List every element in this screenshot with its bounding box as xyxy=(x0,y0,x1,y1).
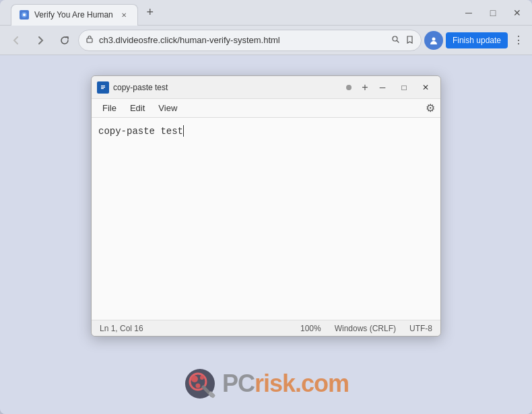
svg-point-4 xyxy=(432,37,435,40)
pcrisk-brand-text: PCrisk.com xyxy=(222,370,349,398)
svg-rect-7 xyxy=(101,87,105,88)
close-button[interactable]: ✕ xyxy=(508,3,527,22)
editor-content: copy-paste test xyxy=(98,126,183,137)
forward-button[interactable] xyxy=(30,30,51,51)
nav-right: Finish update ⋮ xyxy=(424,31,527,50)
notepad-modified-dot xyxy=(346,85,352,90)
notepad-favicon-icon xyxy=(97,81,109,94)
status-zoom: 100% xyxy=(300,324,321,333)
svg-rect-2 xyxy=(87,38,92,42)
notepad-editor[interactable]: copy-paste test xyxy=(92,118,440,320)
bookmark-icon xyxy=(405,35,414,46)
notepad-titlebar: copy-paste test + ─ □ ✕ xyxy=(92,76,440,99)
notepad-maximize-button[interactable]: □ xyxy=(395,80,413,95)
notepad-edit-menu[interactable]: Edit xyxy=(125,101,150,115)
svg-point-1 xyxy=(23,13,26,16)
tab-favicon xyxy=(20,10,29,20)
tab-close-button[interactable]: ✕ xyxy=(119,9,129,20)
url-input[interactable] xyxy=(99,35,386,45)
pcrisk-dotcom-text: .com xyxy=(295,370,349,397)
search-icon xyxy=(391,35,400,46)
lock-icon xyxy=(86,35,94,45)
notepad-title: copy-paste test xyxy=(113,83,346,92)
back-button[interactable] xyxy=(5,30,27,51)
notepad-close-button[interactable]: ✕ xyxy=(416,80,435,95)
notepad-new-tab-button[interactable]: + xyxy=(357,79,373,96)
svg-point-13 xyxy=(195,384,200,388)
status-encoding: UTF-8 xyxy=(409,324,432,333)
pcrisk-pc-text: PC xyxy=(222,370,255,397)
pcrisk-risk-text: risk xyxy=(255,370,295,397)
browser-menu-button[interactable]: ⋮ xyxy=(510,31,527,49)
minimize-button[interactable]: ─ xyxy=(459,3,478,22)
notepad-settings-icon[interactable]: ⚙ xyxy=(426,102,435,114)
finish-update-button[interactable]: Finish update xyxy=(446,32,508,48)
new-tab-button[interactable]: + xyxy=(141,3,160,22)
notepad-window-controls: ─ □ ✕ xyxy=(373,80,435,95)
svg-point-3 xyxy=(393,36,397,41)
reload-button[interactable] xyxy=(54,30,75,51)
title-bar: Verify You Are Human ✕ + ─ □ ✕ xyxy=(0,0,532,26)
browser-window: Verify You Are Human ✕ + ─ □ ✕ xyxy=(0,0,532,414)
profile-button[interactable] xyxy=(424,31,443,50)
status-line-ending: Windows (CRLF) xyxy=(335,324,396,333)
pcrisk-watermark: PCrisk.com xyxy=(183,367,349,401)
tab-area: Verify You Are Human ✕ + xyxy=(11,2,457,24)
text-cursor xyxy=(183,125,184,137)
maximize-button[interactable]: □ xyxy=(484,3,502,22)
svg-rect-8 xyxy=(101,88,104,89)
notepad-view-menu[interactable]: View xyxy=(153,101,182,115)
notepad-minimize-button[interactable]: ─ xyxy=(373,80,392,95)
active-tab[interactable]: Verify You Are Human ✕ xyxy=(11,4,138,26)
svg-point-11 xyxy=(191,376,198,382)
pcrisk-logo-icon xyxy=(183,367,217,401)
title-bar-right: ─ □ ✕ xyxy=(459,3,527,22)
tab-title: Verify You Are Human xyxy=(34,10,113,20)
notepad-statusbar: Ln 1, Col 16 100% Windows (CRLF) UTF-8 xyxy=(92,320,440,336)
notepad-file-menu[interactable]: File xyxy=(97,101,122,115)
page-content: copy-paste test + ─ □ ✕ File Edit View ⚙… xyxy=(0,55,532,414)
status-position: Ln 1, Col 16 xyxy=(100,324,143,333)
notepad-window: copy-paste test + ─ □ ✕ File Edit View ⚙… xyxy=(91,75,441,337)
address-bar[interactable] xyxy=(78,30,422,51)
nav-bar: Finish update ⋮ xyxy=(0,26,532,55)
svg-rect-6 xyxy=(101,85,105,86)
notepad-menubar: File Edit View ⚙ xyxy=(92,99,440,118)
svg-point-12 xyxy=(200,376,204,380)
